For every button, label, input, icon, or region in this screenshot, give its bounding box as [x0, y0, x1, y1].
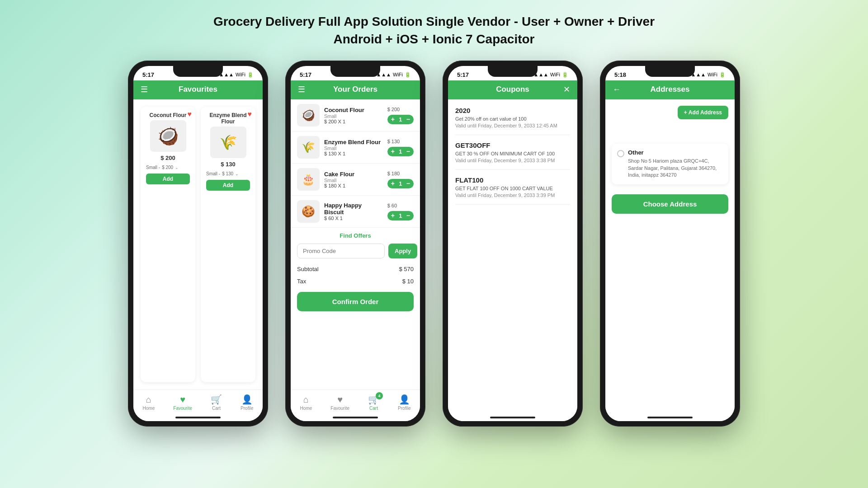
phone-favourites: 5:17 ▲▲▲ WiFi 🔋 ☰ Favourites ♥ Coconut F… — [128, 61, 268, 427]
phones-container: 5:17 ▲▲▲ WiFi 🔋 ☰ Favourites ♥ Coconut F… — [128, 61, 740, 427]
home-bar — [291, 417, 420, 421]
enzyme-image: 🌾 — [210, 127, 246, 158]
qty-control-cake: + 1 − — [387, 179, 414, 188]
nav-home-orders[interactable]: ⌂ Home — [300, 394, 312, 411]
page-title: Grocery Delivery Full App Solution Singl… — [213, 13, 655, 48]
order-item-biscuit: 🍪 Happy Happy Biscuit $ 60 X 1 $ 60 + 1 … — [291, 196, 420, 228]
qty-control-enzyme: + 1 − — [387, 147, 414, 156]
promo-input[interactable] — [297, 244, 385, 258]
bottom-nav-favourites: ⌂ Home ♥ Favourite 🛒 Cart 👤 Profile — [133, 389, 263, 417]
notch — [645, 66, 695, 77]
coupon-2020: 2020 Get 20% off on cart value of 100 Va… — [455, 107, 570, 135]
phone-addresses: 5:18 ▲▲▲ WiFi 🔋 ← Addresses + Add Addres… — [600, 61, 740, 427]
qty-plus-biscuit[interactable]: + — [391, 212, 395, 219]
add-coconut-button[interactable]: Add — [146, 174, 190, 184]
promo-row: Apply — [291, 244, 420, 263]
orders-header: ☰ Your Orders — [291, 80, 420, 99]
home-bar — [448, 417, 577, 421]
add-enzyme-button[interactable]: Add — [206, 180, 250, 191]
status-icons: ▲▲▲ WiFi 🔋 — [219, 72, 254, 78]
apply-promo-button[interactable]: Apply — [388, 244, 417, 258]
subtotal-row: Subtotal $ 570 — [291, 263, 420, 275]
address-card-other: Other Shop No 5 Hariom plaza GRQC+4C, Sa… — [612, 144, 728, 184]
qty-control-coconut: + 1 − — [387, 115, 414, 124]
heart-icon-coconut[interactable]: ♥ — [188, 110, 192, 118]
qty-minus-coconut[interactable]: − — [406, 116, 410, 122]
address-radio[interactable] — [617, 150, 624, 157]
heart-icon-enzyme[interactable]: ♥ — [248, 110, 252, 118]
addresses-header: ← Addresses — [605, 80, 735, 99]
notch — [173, 66, 223, 77]
nav-favourite-orders[interactable]: ♥ Favourite — [330, 394, 349, 411]
nav-cart[interactable]: 🛒 Cart — [211, 394, 222, 411]
fav-size-row: Small - $ 200 ⌄ — [146, 165, 190, 170]
nav-favourite[interactable]: ♥ Favourite — [173, 394, 192, 411]
coupon-flat100: FLAT100 GET FLAT 100 OFF ON 1000 CART VA… — [455, 176, 570, 205]
confirm-order-button[interactable]: Confirm Order — [297, 292, 414, 311]
qty-plus-coconut[interactable]: + — [391, 116, 395, 122]
nav-profile-orders[interactable]: 👤 Profile — [398, 394, 410, 411]
order-item-cake: 🎂 Cake Flour Small $ 180 X 1 $ 180 + 1 − — [291, 164, 420, 196]
find-offers-link[interactable]: Find Offers — [291, 228, 420, 244]
phone-orders: 5:17 ▲▲▲ WiFi 🔋 ☰ Your Orders 🥥 Coconut … — [285, 61, 425, 427]
home-bar — [133, 417, 263, 421]
coupon-get30off: GET30OFF GET 30 % OFF ON MINIMUM CART OF… — [455, 141, 570, 170]
orders-list: 🥥 Coconut Flour Small $ 200 X 1 $ 200 + … — [291, 99, 420, 389]
nav-cart-orders[interactable]: 🛒 4 Cart — [368, 394, 379, 411]
menu-icon[interactable]: ☰ — [141, 84, 148, 94]
addresses-list: + Add Address Other Shop No 5 Hariom pla… — [605, 99, 735, 417]
tax-row: Tax $ 10 — [291, 275, 420, 287]
back-icon[interactable]: ← — [613, 85, 621, 94]
menu-icon[interactable]: ☰ — [298, 84, 305, 94]
fav-card-enzyme: ♥ Enzyme Blend Flour 🌾 $ 130 Small - $ 1… — [201, 107, 255, 382]
qty-minus-enzyme[interactable]: − — [406, 148, 410, 155]
qty-plus-enzyme[interactable]: + — [391, 148, 395, 155]
fav-card-coconut: ♥ Coconut Flour 🥥 $ 200 Small - $ 200 ⌄ … — [141, 107, 195, 382]
bottom-nav-orders: ⌂ Home ♥ Favourite 🛒 4 Cart 👤 Profile — [291, 389, 420, 417]
order-item-coconut: 🥥 Coconut Flour Small $ 200 X 1 $ 200 + … — [291, 99, 420, 131]
notch — [330, 66, 380, 77]
order-item-enzyme: 🌾 Enzyme Blend Flour Small $ 130 X 1 $ 1… — [291, 131, 420, 164]
close-icon[interactable]: ✕ — [563, 84, 570, 94]
add-address-button[interactable]: + Add Address — [678, 106, 728, 119]
nav-home[interactable]: ⌂ Home — [143, 394, 155, 411]
coconut-image: 🥥 — [150, 120, 186, 152]
favourites-header: ☰ Favourites — [133, 80, 263, 99]
home-bar — [605, 417, 735, 421]
qty-plus-cake[interactable]: + — [391, 180, 395, 187]
choose-address-button[interactable]: Choose Address — [612, 194, 728, 214]
notch — [488, 66, 538, 77]
coupons-header: ✕ Coupons — [448, 80, 577, 99]
favourites-grid: ♥ Coconut Flour 🥥 $ 200 Small - $ 200 ⌄ … — [133, 99, 263, 389]
phone-coupons: 5:17 ▲▲▲ WiFi 🔋 ✕ Coupons 2020 Get 20% o… — [443, 61, 583, 427]
nav-profile[interactable]: 👤 Profile — [241, 394, 253, 411]
fav-size-row-enzyme: Small - $ 130 ⌄ — [206, 171, 250, 176]
qty-control-biscuit: + 1 − — [387, 211, 414, 221]
coupons-list: 2020 Get 20% off on cart value of 100 Va… — [448, 99, 577, 417]
qty-minus-cake[interactable]: − — [406, 180, 410, 187]
qty-minus-biscuit[interactable]: − — [406, 212, 410, 219]
